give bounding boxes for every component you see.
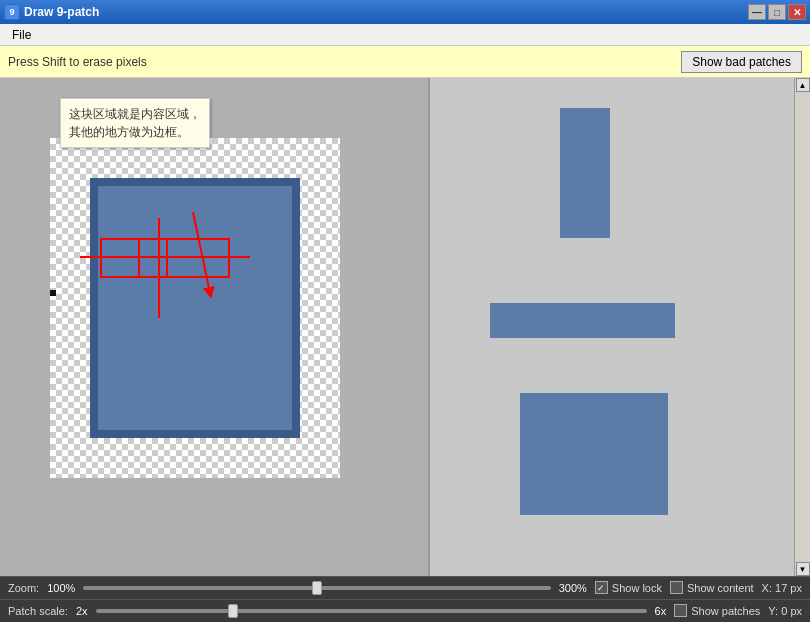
toolbar-hint: Press Shift to erase pixels: [8, 55, 673, 69]
menu-file[interactable]: File: [4, 26, 39, 44]
show-patches-checkbox[interactable]: [674, 604, 687, 617]
left-tick: [50, 290, 56, 296]
y-value: 0 px: [781, 605, 802, 617]
menubar: File: [0, 24, 810, 46]
y-coord: Y: 0 px: [768, 605, 802, 617]
titlebar-title: Draw 9-patch: [24, 5, 99, 19]
show-content-container[interactable]: Show content: [670, 581, 754, 594]
show-lock-checkbox[interactable]: [595, 581, 608, 594]
patch-scale-label: Patch scale:: [8, 605, 68, 617]
canvas-area[interactable]: [50, 138, 340, 478]
show-content-label: Show content: [687, 582, 754, 594]
show-patches-container[interactable]: Show patches: [674, 604, 760, 617]
patch-scale-track[interactable]: [96, 609, 647, 613]
main-area: 这块区域就是内容区域， 其他的地方做为边框。: [0, 78, 810, 576]
show-patches-label: Show patches: [691, 605, 760, 617]
y-label: Y:: [768, 605, 778, 617]
zoom-label: Zoom:: [8, 582, 39, 594]
patch-scale-slider[interactable]: [96, 609, 647, 613]
statusbar: Zoom: 100% 300% Show lock Show content X…: [0, 576, 810, 622]
show-bad-patches-button[interactable]: Show bad patches: [681, 51, 802, 73]
tooltip-line2: 其他的地方做为边框。: [69, 123, 201, 141]
inner-fill: [98, 186, 292, 430]
show-lock-container[interactable]: Show lock: [595, 581, 662, 594]
patch-image: [90, 178, 300, 438]
show-content-checkbox[interactable]: [670, 581, 683, 594]
x-label: X:: [762, 582, 772, 594]
preview-panel: ▲ ▼: [430, 78, 810, 576]
patch-scale-thumb[interactable]: [228, 604, 238, 618]
editor-panel[interactable]: 这块区域就是内容区域， 其他的地方做为边框。: [0, 78, 430, 576]
status-row1: Zoom: 100% 300% Show lock Show content X…: [0, 577, 810, 600]
titlebar-controls: — □ ✕: [748, 4, 806, 20]
scroll-up-button[interactable]: ▲: [796, 78, 810, 92]
close-button[interactable]: ✕: [788, 4, 806, 20]
preview-inner: [430, 78, 810, 576]
patch-scale-value: 2x: [76, 605, 88, 617]
toolbar: Press Shift to erase pixels Show bad pat…: [0, 46, 810, 78]
maximize-button[interactable]: □: [768, 4, 786, 20]
zoom-max: 300%: [559, 582, 587, 594]
preview-shape-tall: [560, 108, 610, 238]
x-value: 17 px: [775, 582, 802, 594]
preview-shape-wide: [490, 303, 675, 338]
zoom-slider-track[interactable]: [83, 586, 550, 590]
right-scrollbar[interactable]: ▲ ▼: [794, 78, 810, 576]
zoom-slider-thumb[interactable]: [312, 581, 322, 595]
titlebar-left: 9 Draw 9-patch: [4, 4, 99, 20]
show-lock-label: Show lock: [612, 582, 662, 594]
zoom-min: 100%: [47, 582, 75, 594]
minimize-button[interactable]: —: [748, 4, 766, 20]
tooltip-line1: 这块区域就是内容区域，: [69, 105, 201, 123]
x-coord: X: 17 px: [762, 582, 802, 594]
preview-shape-square: [520, 393, 668, 515]
tooltip-box: 这块区域就是内容区域， 其他的地方做为边框。: [60, 98, 210, 148]
app-icon: 9: [4, 4, 20, 20]
red-center-box: [138, 238, 168, 278]
scroll-down-button[interactable]: ▼: [796, 562, 810, 576]
zoom-slider[interactable]: [83, 586, 550, 590]
titlebar: 9 Draw 9-patch — □ ✕: [0, 0, 810, 24]
patch-scale-max: 6x: [655, 605, 667, 617]
status-row2: Patch scale: 2x 6x Show patches Y: 0 px: [0, 600, 810, 622]
